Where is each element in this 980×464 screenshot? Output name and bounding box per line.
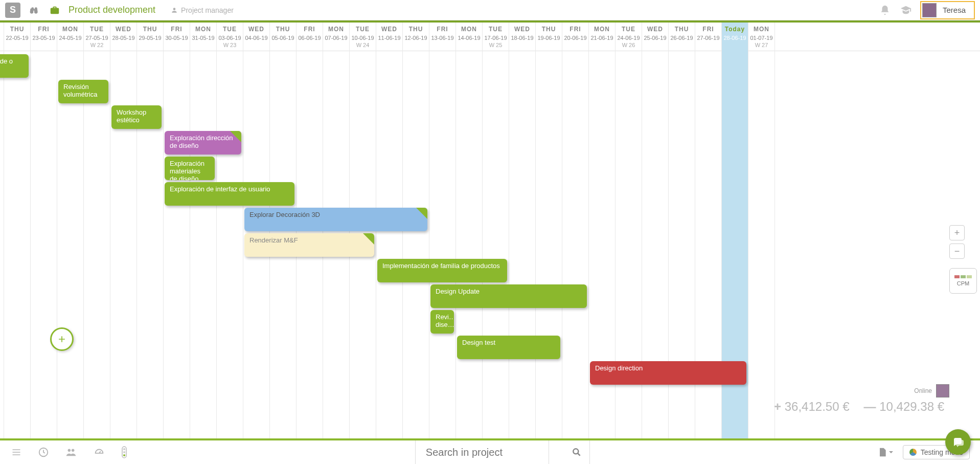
gantt-task[interactable]: Implementación de familia de productos <box>377 259 507 282</box>
timeline-column-header[interactable]: MON01-07-19W 27 <box>748 23 775 51</box>
timeline-column <box>4 51 31 438</box>
gantt-task[interactable]: Revi… dise… <box>430 310 454 334</box>
timeline-column-header[interactable]: MON31-05-19 <box>190 23 217 51</box>
testing-mode-icon <box>909 449 917 456</box>
timeline-column-header[interactable]: THU19-06-19 <box>536 23 562 51</box>
timeline-column-header[interactable]: WED11-06-19 <box>376 23 403 51</box>
timeline-column <box>217 51 243 438</box>
timeline-column <box>456 51 483 438</box>
briefcase-icon[interactable] <box>48 4 61 17</box>
timeline-column-header[interactable]: MON21-06-19 <box>589 23 616 51</box>
gantt-task[interactable]: Renderizar M&F <box>244 233 374 257</box>
timeline-column <box>190 51 217 438</box>
zoom-out-button[interactable]: − <box>949 244 965 259</box>
search-input[interactable] <box>416 440 549 464</box>
list-view-icon[interactable] <box>10 447 22 457</box>
gantt-task[interactable]: Exploración dirección de diseño <box>165 131 241 154</box>
gantt-task[interactable]: Workshop estético <box>111 105 162 129</box>
timeline-column <box>429 51 456 438</box>
project-manager-label[interactable]: Project manager <box>171 6 234 14</box>
gantt-task[interactable]: Exploración materiales de diseño <box>165 157 215 180</box>
finance-summary: 36,412.50 € 10,429.38 € <box>774 400 944 414</box>
project-title[interactable]: Product development <box>69 5 155 15</box>
timeline-column-header[interactable]: FRI27-06-19 <box>695 23 722 51</box>
user-name: Teresa <box>943 6 966 14</box>
search-button[interactable] <box>564 440 590 464</box>
gantt-task[interactable]: Explorar Decoración 3D <box>244 208 427 231</box>
timeline-column-header[interactable]: MON07-06-19 <box>323 23 350 51</box>
timeline-column-header[interactable]: TUE10-06-19W 24 <box>350 23 376 51</box>
svg-point-1 <box>68 449 71 452</box>
binoculars-icon[interactable] <box>28 4 41 17</box>
dashboard-icon[interactable] <box>93 447 105 458</box>
gantt-task[interactable]: Exploración de interfaz de usuario <box>165 182 294 206</box>
svg-point-4 <box>123 448 125 450</box>
timeline-header: THU22-05-19FRI23-05-19MON24-05-19TUE27-0… <box>0 23 980 51</box>
traffic-light-icon[interactable] <box>121 446 128 458</box>
zoom-controls: + − CPM <box>949 225 977 294</box>
cpm-button[interactable]: CPM <box>949 268 977 294</box>
timeline-column-header[interactable]: WED18-06-19 <box>509 23 536 51</box>
gantt-task[interactable]: shop de o <box>0 54 29 78</box>
header-right-icons <box>879 5 912 16</box>
presence-status: Online <box>914 387 932 394</box>
clock-icon[interactable] <box>38 447 49 458</box>
timeline-column-header[interactable]: THU26-06-19 <box>669 23 695 51</box>
bottombar: Testing mode <box>0 438 980 464</box>
gantt-task[interactable]: Design test <box>457 336 560 359</box>
timeline-column <box>536 51 562 438</box>
timeline-column-header[interactable]: TUE27-05-19W 22 <box>84 23 110 51</box>
timeline-column-header[interactable]: TUE03-06-19W 23 <box>217 23 243 51</box>
gantt-task[interactable]: Revisión volumétrica <box>58 80 108 103</box>
gantt-task[interactable]: Design direction <box>590 361 746 385</box>
user-menu[interactable]: Teresa <box>920 1 975 19</box>
chat-button[interactable] <box>945 429 971 455</box>
cpm-label: CPM <box>957 280 969 286</box>
timeline-column-header[interactable]: FRI30-05-19 <box>164 23 190 51</box>
document-menu[interactable] <box>877 447 894 458</box>
bell-icon[interactable] <box>879 5 891 16</box>
timeline-column <box>0 51 4 438</box>
timeline-column <box>376 51 403 438</box>
graduation-icon[interactable] <box>900 5 912 16</box>
user-avatar <box>922 3 937 17</box>
timeline-column <box>164 51 190 438</box>
team-icon[interactable] <box>64 447 78 458</box>
timeline-column-header[interactable]: WED28-05-19 <box>110 23 137 51</box>
svg-point-5 <box>123 451 125 453</box>
svg-point-6 <box>123 454 125 456</box>
expense-value: 10,429.38 € <box>864 400 944 414</box>
timeline-column-header[interactable]: WED25-06-19 <box>642 23 669 51</box>
app-logo[interactable]: S <box>5 3 20 18</box>
timeline-column <box>748 51 775 438</box>
svg-point-7 <box>574 449 579 454</box>
timeline-column-header[interactable]: TUE17-06-19W 25 <box>483 23 509 51</box>
income-value: 36,412.50 € <box>774 400 849 414</box>
timeline-column <box>57 51 84 438</box>
timeline-column-header[interactable]: THU29-05-19 <box>137 23 164 51</box>
timeline-column-header[interactable]: MON24-05-19 <box>57 23 84 51</box>
timeline-column-header[interactable]: FRI06-06-19 <box>297 23 323 51</box>
timeline-column-header[interactable] <box>0 23 4 51</box>
timeline-column-header[interactable]: TUE24-06-19W 26 <box>616 23 642 51</box>
timeline-column <box>403 51 429 438</box>
timeline-column-header[interactable]: MON14-06-19 <box>456 23 483 51</box>
zoom-in-button[interactable]: + <box>949 225 965 240</box>
timeline-column <box>84 51 110 438</box>
search-container <box>415 440 549 464</box>
timeline-column <box>562 51 589 438</box>
timeline-column-header[interactable]: THU05-06-19 <box>270 23 297 51</box>
presence-avatar[interactable] <box>936 384 949 397</box>
add-task-button[interactable] <box>50 327 74 351</box>
timeline-column <box>483 51 509 438</box>
timeline-column-header[interactable]: THU12-06-19 <box>403 23 429 51</box>
timeline-column-header[interactable]: WED04-06-19 <box>243 23 270 51</box>
gantt-grid[interactable]: shop de oRevisión volumétricaWorkshop es… <box>0 51 980 438</box>
timeline-column-header[interactable]: FRI23-05-19 <box>31 23 57 51</box>
topbar: S Product development Project manager Te… <box>0 0 980 20</box>
timeline-column-header[interactable]: FRI20-06-19 <box>562 23 589 51</box>
gantt-task[interactable]: Design Update <box>430 284 587 308</box>
timeline-column-header[interactable]: Today28-06-19 <box>722 23 748 51</box>
timeline-column-header[interactable]: FRI13-06-19 <box>429 23 456 51</box>
timeline-column-header[interactable]: THU22-05-19 <box>4 23 31 51</box>
